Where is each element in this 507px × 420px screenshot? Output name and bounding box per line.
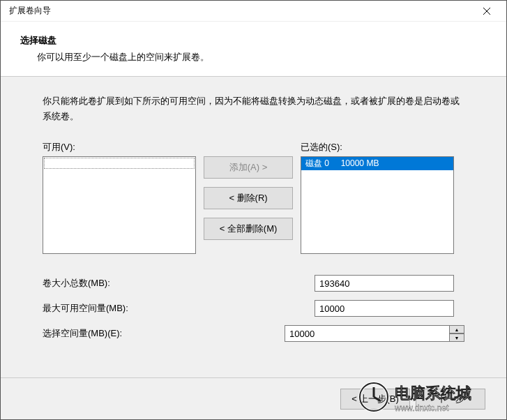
available-listbox[interactable] [43,156,196,254]
list-focus-indicator [44,158,195,169]
page-title: 选择磁盘 [20,34,499,47]
max-space-label: 最大可用空间量(MB): [43,302,315,315]
max-space-row: 最大可用空间量(MB): 10000 [43,300,464,317]
chevron-down-icon: ▼ [455,336,460,340]
selected-listbox[interactable]: 磁盘 0 10000 MB [301,156,454,254]
wizard-header: 选择磁盘 你可以用至少一个磁盘上的空间来扩展卷。 [1,22,506,77]
max-space-value: 10000 [315,300,454,317]
window-title: 扩展卷向导 [6,5,473,17]
selected-column: 已选的(S): 磁盘 0 10000 MB [301,141,454,254]
select-space-label: 选择空间量(MB)(E): [43,327,285,340]
total-size-label: 卷大小总数(MB): [43,277,315,290]
available-column: 可用(V): [43,141,196,254]
selected-label: 已选的(S): [301,141,454,153]
list-item[interactable]: 磁盘 0 10000 MB [301,157,453,170]
select-space-row: 选择空间量(MB)(E): 10000 ▲ ▼ [43,325,464,342]
select-space-spinner: 10000 ▲ ▼ [285,325,464,342]
close-icon [483,6,490,17]
spinner-up-button[interactable]: ▲ [449,325,464,333]
available-label: 可用(V): [43,141,196,153]
content-area: 你只能将此卷扩展到如下所示的可用空间，因为不能将磁盘转换为动态磁盘，或者被扩展的… [1,77,506,377]
description-text: 你只能将此卷扩展到如下所示的可用空间，因为不能将磁盘转换为动态磁盘，或者被扩展的… [43,93,464,124]
wizard-window: 扩展卷向导 选择磁盘 你可以用至少一个磁盘上的空间来扩展卷。 你只能将此卷扩展到… [0,0,507,420]
titlebar: 扩展卷向导 [1,1,506,22]
add-button[interactable]: 添加(A) > [204,156,293,179]
back-button[interactable]: < 上一步(B) [340,389,410,410]
spinner-down-button[interactable]: ▼ [449,333,464,342]
next-button[interactable]: 下一步 [416,389,485,410]
page-subtitle: 你可以用至少一个磁盘上的空间来扩展卷。 [20,51,499,63]
total-size-row: 卷大小总数(MB): 193640 [43,275,464,292]
close-button[interactable] [473,1,501,21]
remove-button[interactable]: < 删除(R) [204,187,293,209]
disk-selection-row: 可用(V): 添加(A) > < 删除(R) < 全部删除(M) 已选的(S):… [43,141,464,254]
select-space-input[interactable]: 10000 [285,325,449,342]
transfer-buttons-column: 添加(A) > < 删除(R) < 全部删除(M) [196,141,301,240]
total-size-value: 193640 [315,275,454,292]
spinner-buttons: ▲ ▼ [449,325,464,342]
chevron-up-icon: ▲ [455,327,460,332]
remove-all-button[interactable]: < 全部删除(M) [204,218,293,240]
wizard-footer: < 上一步(B) 下一步 电脑系统城 www.dnxtc.net [1,377,506,419]
